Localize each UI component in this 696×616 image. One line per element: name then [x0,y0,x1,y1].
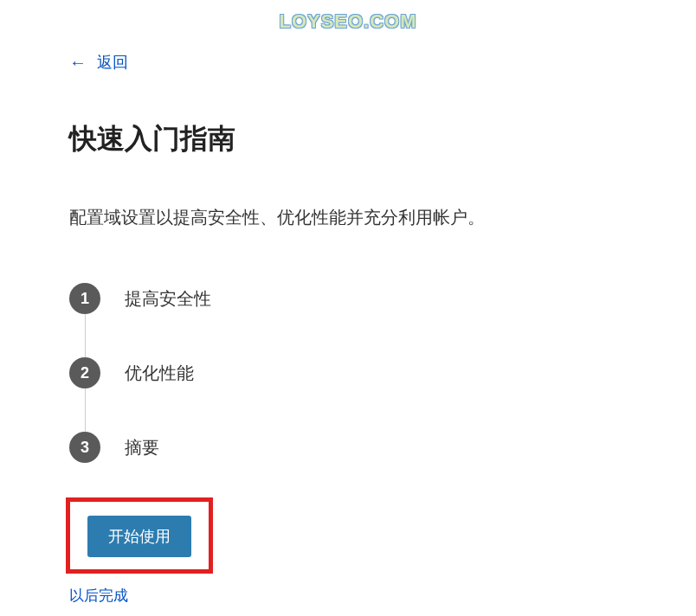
main-container: ← 返回 快速入门指南 配置域设置以提高安全性、优化性能并充分利用帐户。 1 提… [0,0,696,606]
back-label: 返回 [97,52,128,73]
arrow-left-icon: ← [69,54,87,71]
page-description: 配置域设置以提高安全性、优化性能并充分利用帐户。 [69,203,696,231]
step-label: 摘要 [125,436,159,459]
step-number-badge: 2 [69,357,100,388]
steps-list: 1 提高安全性 2 优化性能 3 摘要 [69,283,696,463]
step-label: 优化性能 [125,362,194,385]
step-connector [85,388,86,432]
watermark-text: LOYSEO.COM [279,10,416,33]
start-button[interactable]: 开始使用 [87,516,191,557]
step-item: 2 优化性能 [69,357,696,388]
step-label: 提高安全性 [125,287,211,311]
highlighted-action-box: 开始使用 [66,497,213,574]
step-number-badge: 1 [69,283,100,314]
finish-later-link[interactable]: 以后完成 [69,586,128,606]
step-item: 3 摘要 [69,432,696,463]
step-item: 1 提高安全性 [69,283,696,314]
step-connector [85,314,86,357]
page-title: 快速入门指南 [69,120,696,158]
back-link[interactable]: ← 返回 [69,52,128,73]
step-number-badge: 3 [69,432,100,463]
